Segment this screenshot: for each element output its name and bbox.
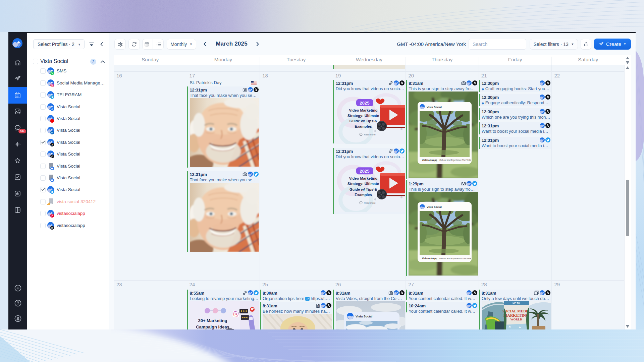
svg-text:Vistasocialapp: Vistasocialapp (422, 257, 437, 260)
svg-text:Video Marketing: Video Marketing (349, 176, 377, 180)
svg-text:Strategy: Ultimate: Strategy: Ultimate (347, 114, 379, 118)
svg-text:MARKETING: MARKETING (503, 313, 529, 318)
svg-text:Examples: Examples (355, 124, 372, 128)
svg-text:2025: 2025 (360, 168, 369, 173)
svg-text:Read more: Read more (364, 133, 376, 136)
svg-text:20+ Marketing: 20+ Marketing (198, 318, 227, 323)
svg-text:i: i (361, 202, 361, 204)
svg-text:Vista Social: Vista Social (356, 315, 372, 318)
svg-text:i: i (361, 134, 361, 136)
svg-text:WORLD: WORLD (510, 318, 522, 321)
svg-text:in: in (51, 132, 53, 134)
svg-text:2025: 2025 (360, 101, 369, 106)
svg-text:GIF: GIF (317, 305, 319, 307)
svg-text:X: X (51, 143, 53, 146)
svg-text:Video Marketing: Video Marketing (349, 108, 377, 112)
svg-text:Strategy: Ultimate: Strategy: Ultimate (347, 182, 379, 186)
svg-text:Vista Social: Vista Social (427, 205, 442, 208)
svg-text:Get out and Experience The Vis: Get out and Experience The Vista (439, 257, 471, 259)
svg-text:Campaign Ideas: Campaign Ideas (196, 324, 229, 329)
svg-text:SOCIAL MEDIA: SOCIAL MEDIA (502, 309, 530, 313)
svg-text:Vista Social: Vista Social (427, 106, 442, 109)
svg-text:@: @ (51, 227, 53, 229)
svg-text:ME TO: ME TO (513, 302, 520, 304)
svg-text:Examples: Examples (355, 192, 372, 196)
svg-text:Read more: Read more (364, 201, 376, 204)
svg-text:P: P (51, 214, 53, 217)
svg-text:Get out and Experience The Vis: Get out and Experience The Vista (439, 159, 471, 162)
svg-text:Vistasocialapp: Vistasocialapp (422, 159, 437, 162)
